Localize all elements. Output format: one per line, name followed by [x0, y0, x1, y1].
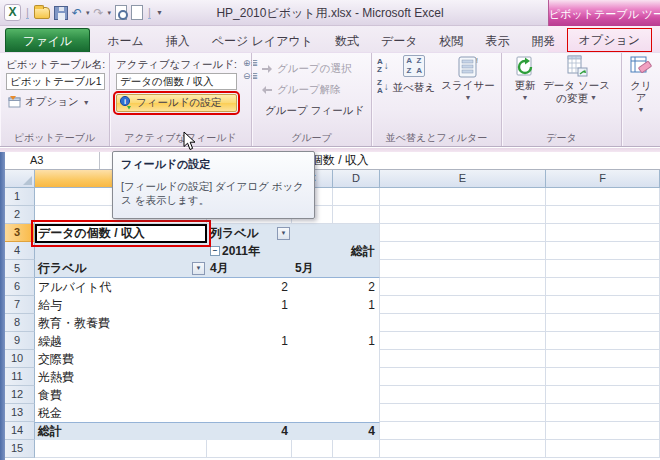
- row-header-4[interactable]: 4: [0, 242, 35, 260]
- cell-B4[interactable]: −2011年: [207, 242, 292, 260]
- cell-B12[interactable]: [207, 386, 292, 404]
- cell-A13[interactable]: 税金: [35, 404, 207, 422]
- cell-C9[interactable]: [292, 332, 333, 350]
- cell-D9[interactable]: 1: [333, 332, 380, 350]
- tab-insert[interactable]: 挿入: [155, 30, 201, 52]
- cell-A7[interactable]: 給与: [35, 296, 207, 314]
- clear-button[interactable]: クリア ▼: [624, 53, 658, 127]
- qat-customize-icon[interactable]: ▼: [156, 9, 163, 16]
- cell-C14[interactable]: [292, 422, 333, 440]
- cell-D11[interactable]: [333, 368, 380, 386]
- row-header-8[interactable]: 8: [0, 314, 35, 332]
- name-box[interactable]: A3: [0, 152, 100, 169]
- cell-B11[interactable]: [207, 368, 292, 386]
- cell-C5[interactable]: 5月: [292, 260, 333, 278]
- sort-ascending-button[interactable]: AZ↓: [376, 57, 390, 75]
- cell-E8[interactable]: [380, 314, 546, 332]
- cell-E10[interactable]: [380, 350, 546, 368]
- new-document-icon[interactable]: [131, 5, 143, 20]
- cell-F8[interactable]: [546, 314, 660, 332]
- cell-E11[interactable]: [380, 368, 546, 386]
- cell-F11[interactable]: [546, 368, 660, 386]
- row-header-12[interactable]: 12: [0, 386, 35, 404]
- cell-D3[interactable]: [333, 224, 380, 242]
- cell-B7[interactable]: 1: [207, 296, 292, 314]
- row-header-11[interactable]: 11: [0, 368, 35, 386]
- cell-A8[interactable]: 教育・教養費: [35, 314, 207, 332]
- row-header-3[interactable]: 3: [0, 224, 35, 242]
- cell-E13[interactable]: [380, 404, 546, 422]
- cell-F1[interactable]: [546, 188, 660, 206]
- cell-B8[interactable]: [207, 314, 292, 332]
- row-header-10[interactable]: 10: [0, 350, 35, 368]
- refresh-button[interactable]: 更新 ▼: [510, 53, 540, 127]
- cell-E7[interactable]: [380, 296, 546, 314]
- redo-icon[interactable]: ↷: [93, 7, 103, 19]
- row-header-5[interactable]: 5: [0, 260, 35, 278]
- redo-dropdown-icon[interactable]: ▾: [108, 9, 112, 17]
- cell-A4[interactable]: [35, 242, 207, 260]
- cell-E5[interactable]: [380, 260, 546, 278]
- cell-C11[interactable]: [292, 368, 333, 386]
- row-header-6[interactable]: 6: [0, 278, 35, 296]
- cell-E15[interactable]: [380, 440, 546, 458]
- tab-developer[interactable]: 開発: [521, 30, 567, 52]
- open-icon[interactable]: [34, 7, 50, 19]
- cell-F15[interactable]: [546, 440, 660, 458]
- cell-B3[interactable]: 列ラベル▼: [207, 224, 292, 242]
- cell-C15[interactable]: [292, 440, 333, 458]
- cell-B14[interactable]: 4: [207, 422, 292, 440]
- cell-E12[interactable]: [380, 386, 546, 404]
- group-field-item[interactable]: 7 グループ フィールド: [258, 100, 367, 121]
- cell-B15[interactable]: [207, 440, 292, 458]
- pivottable-name-input[interactable]: ピボットテーブル1: [6, 73, 105, 90]
- ungroup-item[interactable]: グループ解除: [258, 79, 367, 100]
- sort-button[interactable]: AZZA 並べ替え: [390, 53, 439, 127]
- column-header-E[interactable]: E: [380, 170, 546, 188]
- cell-B5[interactable]: 4月: [207, 260, 292, 278]
- cell-F3[interactable]: [546, 224, 660, 242]
- collapse-icon[interactable]: −: [210, 246, 220, 256]
- cell-C8[interactable]: [292, 314, 333, 332]
- row-header-13[interactable]: 13: [0, 404, 35, 422]
- cell-F2[interactable]: [546, 206, 660, 224]
- cell-D14[interactable]: 4: [333, 422, 380, 440]
- cell-D13[interactable]: [333, 404, 380, 422]
- cell-F12[interactable]: [546, 386, 660, 404]
- tab-review[interactable]: 校閲: [429, 30, 475, 52]
- change-data-source-button[interactable]: データ ソース の変更 ▼: [540, 53, 613, 127]
- cell-E9[interactable]: [380, 332, 546, 350]
- cell-A3[interactable]: データの個数 / 収入: [35, 224, 207, 242]
- column-header-F[interactable]: F: [546, 170, 660, 188]
- active-field-input[interactable]: データの個数 / 収入: [116, 73, 237, 90]
- cell-C13[interactable]: [292, 404, 333, 422]
- cell-A5[interactable]: 行ラベル▼: [35, 260, 207, 278]
- row-header-2[interactable]: 2: [0, 206, 35, 224]
- cell-A9[interactable]: 繰越: [35, 332, 207, 350]
- cell-A10[interactable]: 交際費: [35, 350, 207, 368]
- cell-D8[interactable]: [333, 314, 380, 332]
- undo-dropdown-icon[interactable]: ▾: [86, 9, 90, 17]
- cell-F10[interactable]: [546, 350, 660, 368]
- cell-D2[interactable]: [333, 206, 380, 224]
- print-preview-icon[interactable]: [115, 5, 127, 20]
- cell-F6[interactable]: [546, 278, 660, 296]
- cell-D10[interactable]: [333, 350, 380, 368]
- save-icon[interactable]: [54, 6, 68, 20]
- cell-D7[interactable]: 1: [333, 296, 380, 314]
- cell-D1[interactable]: [333, 188, 380, 206]
- tab-home[interactable]: ホーム: [96, 30, 155, 52]
- tab-formulas[interactable]: 数式: [324, 30, 370, 52]
- group-selection-item[interactable]: グループの選択: [258, 58, 367, 79]
- cell-F14[interactable]: [546, 422, 660, 440]
- cell-A14[interactable]: 総計: [35, 422, 207, 440]
- cell-C4[interactable]: [292, 242, 333, 260]
- row-header-1[interactable]: 1: [0, 188, 35, 206]
- cell-C3[interactable]: [292, 224, 333, 242]
- filter-dropdown-icon[interactable]: ▼: [277, 227, 290, 240]
- cell-A11[interactable]: 光熱費: [35, 368, 207, 386]
- cell-E3[interactable]: [380, 224, 546, 242]
- cell-F9[interactable]: [546, 332, 660, 350]
- cell-E6[interactable]: [380, 278, 546, 296]
- row-header-9[interactable]: 9: [0, 332, 35, 350]
